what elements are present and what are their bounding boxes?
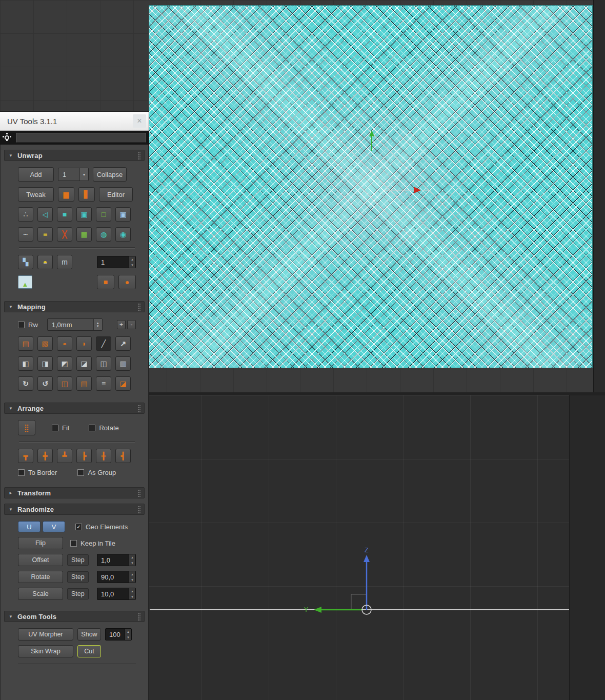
pick-map-button[interactable]: ╱ (96, 336, 111, 351)
to-border-checkbox[interactable]: To Border (18, 469, 57, 476)
spinner-up-icon[interactable]: ▲ (129, 554, 135, 560)
fit-checkbox[interactable]: Fit (52, 424, 69, 432)
cut-button[interactable]: Cut (77, 645, 101, 657)
rollout-header-geom-tools[interactable]: ▼ Geom Tools (4, 611, 145, 622)
pack-grid-button[interactable]: ▥ (115, 356, 131, 371)
open-edges-button[interactable]: □ (96, 207, 111, 222)
map-size-spinner-arrows[interactable]: ▲ ▼ (93, 319, 102, 330)
planar-map-button[interactable]: ▤ (18, 336, 33, 351)
uv-morpher-button[interactable]: UV Morpher (18, 628, 73, 641)
to-border-checkbox-box[interactable] (18, 469, 25, 476)
pack-right-button[interactable]: ◨ (37, 356, 53, 371)
pack-center-button[interactable]: ◫ (96, 356, 111, 371)
rw-checkbox-box[interactable] (18, 322, 25, 328)
panel-titlebar[interactable]: UV Tools 3.1.1 × (0, 112, 149, 131)
spinner-arrows[interactable]: ▲ ▼ (129, 554, 135, 566)
spinner-arrows[interactable]: ▲ ▼ (129, 256, 135, 268)
cylinder-map-button[interactable]: ● (57, 336, 72, 351)
checker-map-button[interactable]: ▚ (18, 255, 33, 269)
map-channel-spinner[interactable]: 1 ▲ ▼ (97, 256, 136, 268)
close-button[interactable]: × (133, 114, 146, 128)
align-center-button[interactable]: ╂ (96, 449, 111, 463)
geo-elements-checkbox[interactable]: ✓ Geo Elements (75, 523, 128, 531)
add-button[interactable]: Add (18, 167, 54, 182)
face-mode-button[interactable]: ■ (57, 207, 72, 222)
spinner-down-icon[interactable]: ▼ (125, 634, 131, 640)
align-horizontal-button[interactable]: ≡ (96, 376, 111, 391)
straighten-lines-button[interactable]: ≡ (37, 227, 53, 242)
rotate-ccw-button[interactable]: ↺ (37, 376, 53, 391)
relax-sphere-button[interactable]: ◉ (115, 227, 131, 242)
relax-dashes-button[interactable]: ┄ (18, 227, 33, 242)
spinner-down-icon[interactable]: ▼ (129, 560, 135, 566)
tweak-button[interactable]: Tweak (18, 187, 54, 202)
randomize-v-button[interactable]: V (43, 521, 65, 532)
align-top-button[interactable]: ┳ (18, 449, 33, 463)
spinner-arrows[interactable]: ▲ ▼ (129, 571, 135, 583)
show-button[interactable]: Show (77, 628, 101, 641)
align-element-button[interactable]: ◪ (115, 376, 131, 391)
pack-arrange-button[interactable]: ⣿ (18, 420, 35, 435)
spinner-up-icon[interactable]: ▲ (125, 629, 131, 634)
measure-units-button[interactable]: m (57, 255, 72, 269)
world-axis-gizmo[interactable]: Z Y (300, 546, 382, 615)
spinner-arrows[interactable]: ▲ ▼ (129, 588, 135, 599)
gear-icon[interactable] (5, 135, 9, 140)
rotate-step-spinner[interactable]: 90,0 ▲ ▼ (97, 571, 136, 583)
bitmap-preview-button[interactable]: ▲ (18, 275, 32, 289)
stitch-break-button[interactable]: ╳ (57, 227, 72, 242)
flip-button[interactable]: Flip (18, 537, 63, 549)
uv-border-button[interactable]: ▣ (115, 207, 131, 222)
offset-step-spinner[interactable]: 1,0 ▲ ▼ (97, 554, 136, 566)
fit-checkbox-box[interactable] (52, 425, 58, 431)
rotate-button[interactable]: Rotate (18, 571, 63, 583)
spinner-up-icon[interactable]: ▲ (129, 256, 135, 262)
keep-in-tile-checkbox[interactable]: Keep in Tile (70, 539, 115, 547)
uv-column-button[interactable]: ▋ (78, 187, 95, 202)
spinner-arrows[interactable]: ▲ ▼ (125, 629, 131, 640)
map-size-dropdown[interactable]: 1,0mm ▲ ▼ (47, 318, 103, 331)
collapse-button[interactable]: Collapse (93, 167, 127, 182)
flip-vertical-button[interactable]: ▤ (76, 376, 92, 391)
scale-step-spinner[interactable]: 10,0 ▲ ▼ (97, 588, 136, 600)
grid-align-button[interactable]: ▦ (76, 227, 92, 242)
align-middle-button[interactable]: ╋ (37, 449, 53, 463)
rotate-cw-button[interactable]: ↻ (18, 376, 33, 391)
rollout-header-unwrap[interactable]: ▼ Unwrap (4, 150, 145, 161)
rollout-header-randomize[interactable]: ▼ Randomize (4, 504, 145, 515)
spinner-down-icon[interactable]: ▼ (96, 325, 99, 328)
uv-strip-button[interactable]: ▆ (58, 187, 74, 202)
align-right-button[interactable]: ┫ (115, 449, 131, 463)
rollout-header-transform[interactable]: ► Transform (4, 487, 145, 498)
geo-elements-checkbox-box[interactable]: ✓ (75, 524, 82, 530)
edge-mode-button[interactable]: ◁ (37, 207, 53, 222)
rotate-checkbox[interactable]: Rotate (89, 424, 118, 432)
size-minus-button[interactable]: - (127, 320, 136, 329)
pack-up-button[interactable]: ◪ (76, 356, 92, 371)
spinner-down-icon[interactable]: ▼ (129, 594, 135, 599)
spinner-up-icon[interactable]: ▲ (129, 588, 135, 594)
lightbulb-button[interactable]: ● (37, 255, 53, 269)
rw-checkbox[interactable]: Rw (18, 321, 38, 329)
sphere-preview-button[interactable]: ● (118, 275, 136, 289)
rollout-header-mapping[interactable]: ▼ Mapping (4, 301, 145, 312)
pack-down-button[interactable]: ◩ (57, 356, 72, 371)
spinner-down-icon[interactable]: ▼ (129, 577, 135, 583)
element-mode-button[interactable]: ▣ (76, 207, 92, 222)
spinner-down-icon[interactable]: ▼ (129, 262, 135, 268)
editor-button[interactable]: Editor (99, 187, 133, 202)
size-plus-button[interactable]: + (117, 320, 126, 329)
offset-button[interactable]: Offset (18, 554, 63, 566)
align-bottom-button[interactable]: ┻ (57, 449, 72, 463)
as-group-checkbox-box[interactable] (77, 469, 84, 476)
align-left-button[interactable]: ┣ (76, 449, 92, 463)
spinner-up-icon[interactable]: ▲ (129, 571, 135, 577)
flip-horizontal-button[interactable]: ◫ (57, 376, 72, 391)
box-preview-button[interactable]: ■ (97, 275, 114, 289)
dropdown-arrow-icon[interactable]: ▼ (79, 168, 88, 181)
fit-map-button[interactable]: ↗ (115, 336, 131, 351)
randomize-u-button[interactable]: U (18, 521, 41, 532)
scale-button[interactable]: Scale (18, 588, 63, 600)
show-percent-spinner[interactable]: 100 ▲ ▼ (105, 628, 132, 641)
keep-in-tile-checkbox-box[interactable] (70, 540, 77, 547)
